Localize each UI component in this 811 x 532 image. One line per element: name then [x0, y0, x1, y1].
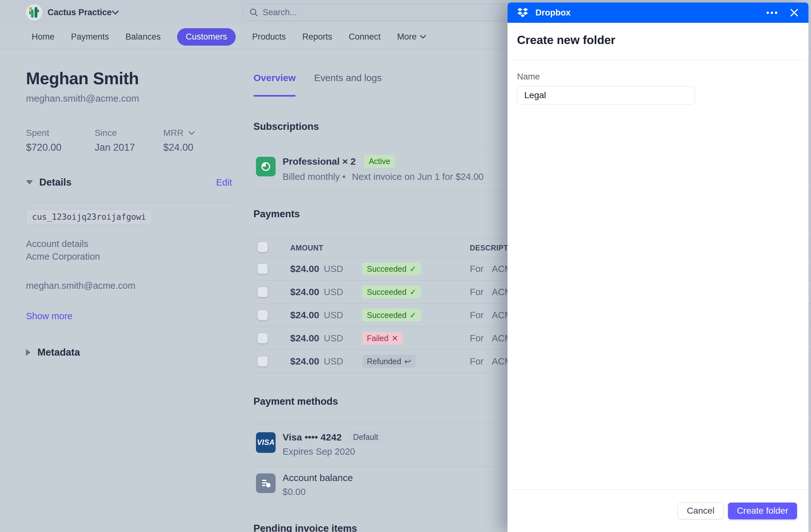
cactus-icon — [28, 6, 40, 19]
overflow-menu-icon[interactable]: ••• — [766, 9, 779, 17]
account-details-value: Acme Corporation — [26, 251, 232, 262]
details-section-header[interactable]: Details Edit — [26, 177, 232, 188]
refund-arrow-icon: ↩ — [404, 357, 411, 366]
drawer-title: Create new folder — [517, 34, 799, 47]
stat-since: Since Jan 2017 — [95, 128, 164, 153]
nav-item-products[interactable]: Products — [252, 32, 286, 42]
balance-tile — [256, 473, 276, 493]
next-invoice: Next invoice on Jun 1 for $24.00 — [352, 172, 484, 182]
payment-currency: USD — [324, 310, 343, 320]
default-badge: Default — [349, 431, 383, 443]
billing-cycle: Billed monthly • — [282, 172, 346, 182]
balance-label: Account balance — [282, 472, 353, 484]
account-details-label: Account details — [26, 238, 232, 249]
payment-amount: $24.00 — [290, 310, 319, 320]
chevron-down-icon[interactable] — [188, 131, 195, 135]
payment-status-badge: Succeeded ✓ — [362, 263, 421, 276]
balance-info: Account balance $0.00 — [282, 472, 353, 497]
nav-item-connect[interactable]: Connect — [349, 32, 381, 42]
stat-spent-value: $720.00 — [26, 142, 95, 153]
row-checkbox[interactable] — [257, 310, 268, 320]
customer-id-badge[interactable]: cus_123oijq23roijafgowi — [26, 209, 152, 224]
payment-status-badge: Refunded ↩ — [362, 355, 416, 368]
chevron-down-icon — [420, 35, 426, 39]
desc-prefix: For — [470, 264, 484, 274]
payment-status-badge: Succeeded ✓ — [362, 286, 421, 299]
check-icon: ✓ — [410, 311, 416, 320]
desc-prefix: For — [470, 333, 484, 344]
payment-currency: USD — [324, 287, 343, 297]
payment-currency: USD — [324, 333, 343, 344]
cancel-button[interactable]: Cancel — [678, 503, 723, 519]
nav-more-label: More — [397, 32, 417, 42]
drawer-title-block: Create new folder — [507, 23, 809, 60]
card-title: Visa •••• 4242 — [282, 432, 342, 443]
row-checkbox[interactable] — [257, 333, 268, 344]
customer-email: meghan.smith@acme.com — [26, 93, 232, 104]
payment-amount: $24.00 — [290, 333, 319, 344]
dropbox-app-drawer: Dropbox ••• Create new folder Name Cance… — [507, 2, 809, 532]
collapse-caret-icon[interactable] — [26, 180, 33, 185]
check-icon: ✓ — [410, 264, 416, 273]
row-checkbox[interactable] — [257, 286, 268, 297]
card-info: Visa •••• 4242 Default Expires Sep 2020 — [282, 431, 383, 457]
metadata-title: Metadata — [37, 347, 80, 358]
card-expiry: Expires Sep 2020 — [282, 447, 383, 457]
tab-overview[interactable]: Overview — [254, 73, 295, 96]
stat-since-value: Jan 2017 — [95, 142, 164, 153]
status-text: Succeeded — [367, 287, 407, 297]
stat-spent-label: Spent — [26, 128, 95, 138]
metadata-section-header[interactable]: Metadata — [26, 347, 232, 358]
visa-card-tile: VISA — [256, 432, 276, 453]
show-more-link[interactable]: Show more — [26, 311, 232, 322]
status-text: Succeeded — [367, 264, 407, 273]
close-icon[interactable] — [790, 8, 799, 17]
tab-events-and-logs[interactable]: Events and logs — [314, 73, 381, 96]
amount-column-header: AMOUNT — [290, 244, 323, 252]
search-icon — [249, 8, 258, 17]
customer-stats: Spent $720.00 Since Jan 2017 MRR $24.00 — [26, 128, 232, 153]
nav-item-balances[interactable]: Balances — [125, 32, 160, 42]
payment-amount: $24.00 — [290, 356, 319, 367]
stat-spent: Spent $720.00 — [26, 128, 95, 153]
dropbox-logo-icon — [517, 7, 529, 18]
nav-item-customers-active[interactable]: Customers — [177, 28, 236, 46]
status-text: Failed — [367, 334, 388, 343]
subscription-tile — [256, 157, 276, 176]
check-icon: ✓ — [410, 287, 416, 297]
create-folder-button[interactable]: Create folder — [728, 503, 797, 519]
payment-amount: $24.00 — [290, 264, 319, 274]
clock-icon — [260, 161, 272, 172]
account-avatar[interactable] — [26, 4, 43, 20]
stat-since-label: Since — [95, 128, 164, 138]
folder-name-input[interactable] — [517, 86, 695, 105]
stat-mrr-label[interactable]: MRR — [163, 128, 232, 138]
drawer-header: Dropbox ••• — [507, 2, 809, 23]
row-checkbox[interactable] — [257, 356, 268, 367]
select-all-checkbox[interactable] — [257, 241, 268, 252]
stat-mrr-text: MRR — [163, 128, 183, 138]
payment-amount: $24.00 — [290, 286, 319, 297]
invoice-icon — [260, 477, 272, 489]
account-name[interactable]: Cactus Practice — [47, 7, 112, 17]
x-icon: ✕ — [392, 334, 398, 343]
desc-prefix: For — [470, 356, 484, 367]
drawer-app-name: Dropbox — [535, 8, 570, 18]
subscription-info: Professional × 2 Active Billed monthly •… — [282, 155, 484, 182]
expand-caret-icon[interactable] — [26, 349, 30, 356]
balance-value: $0.00 — [282, 487, 353, 497]
name-field-label: Name — [517, 72, 799, 82]
visa-logo: VISA — [257, 438, 275, 447]
payment-currency: USD — [324, 356, 343, 367]
edit-details-link[interactable]: Edit — [216, 177, 232, 188]
nav-item-home[interactable]: Home — [32, 32, 55, 42]
nav-item-more[interactable]: More — [397, 32, 426, 42]
subscription-status-badge: Active — [364, 155, 395, 168]
nav-item-reports[interactable]: Reports — [302, 32, 332, 42]
nav-item-payments[interactable]: Payments — [71, 32, 109, 42]
chevron-down-icon[interactable] — [111, 10, 119, 15]
drawer-body: Name — [507, 72, 809, 105]
row-checkbox[interactable] — [257, 264, 268, 274]
desc-prefix: For — [470, 310, 484, 320]
desc-prefix: For — [470, 287, 484, 297]
